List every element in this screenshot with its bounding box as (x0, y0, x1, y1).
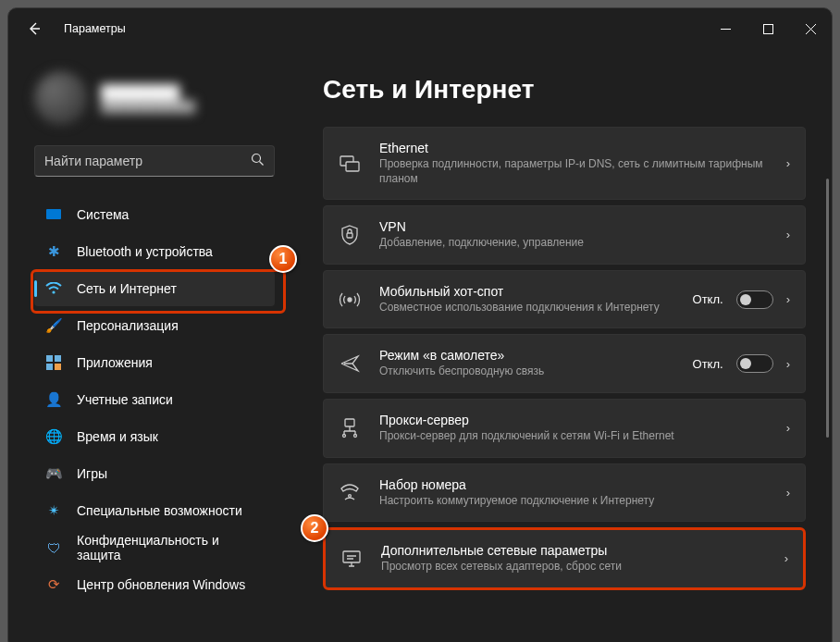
sidebar-item-gaming[interactable]: 🎮 Игры (34, 456, 275, 491)
accessibility-icon: ✴ (45, 502, 62, 519)
sidebar-item-apps[interactable]: Приложения (34, 345, 275, 380)
card-title: Прокси-сервер (379, 413, 770, 427)
brush-icon: 🖌️ (45, 317, 62, 334)
avatar (34, 71, 88, 125)
airplane-toggle[interactable] (736, 354, 773, 373)
profile-email: ████████████ (101, 100, 195, 113)
card-subtitle: Настроить коммутируемое подключение к Ин… (379, 494, 770, 509)
sidebar-item-personalization[interactable]: 🖌️ Персонализация (34, 308, 275, 343)
card-subtitle: Проверка подлинности, параметры IP-и DNS… (379, 157, 770, 186)
close-icon (806, 24, 816, 34)
display-icon (45, 206, 62, 223)
maximize-button[interactable] (747, 8, 789, 49)
sidebar-item-privacy[interactable]: 🛡 Конфиденциальность и защита (34, 530, 275, 565)
card-hotspot[interactable]: Мобильный хот-спот Совместное использова… (323, 270, 806, 329)
svg-point-11 (348, 298, 352, 302)
callout-badge-1: 1 (269, 245, 297, 273)
ethernet-icon (337, 155, 363, 172)
card-vpn[interactable]: VPN Добавление, подключение, управление … (323, 205, 806, 265)
svg-point-15 (349, 495, 352, 498)
search-input[interactable] (44, 154, 251, 168)
card-advanced-network[interactable]: Дополнительные сетевые параметры Просмот… (323, 527, 806, 590)
sidebar-item-label: Приложения (77, 355, 153, 370)
card-subtitle: Просмотр всех сетевых адаптеров, сброс с… (381, 560, 768, 574)
sidebar-item-label: Специальные возможности (77, 503, 242, 518)
sidebar-item-network[interactable]: Сеть и Интернет (34, 271, 275, 306)
minimize-button[interactable] (704, 8, 747, 49)
arrow-left-icon (27, 21, 42, 36)
sidebar-item-accounts[interactable]: 👤 Учетные записи (34, 382, 275, 417)
profile-name: ████████ (101, 84, 195, 100)
update-icon: ⟳ (45, 576, 62, 593)
sidebar-item-label: Игры (77, 466, 107, 481)
svg-rect-4 (46, 355, 53, 362)
proxy-icon (337, 418, 363, 438)
svg-rect-16 (343, 551, 360, 562)
bluetooth-icon: ✱ (45, 243, 62, 260)
sidebar-item-label: Конфиденциальность и защита (77, 533, 264, 562)
svg-point-13 (343, 434, 346, 437)
svg-rect-2 (46, 209, 61, 219)
maximize-icon (763, 24, 773, 34)
sidebar-item-label: Система (77, 207, 129, 222)
close-button[interactable] (789, 8, 832, 49)
card-title: Набор номера (379, 477, 770, 492)
search-box[interactable] (34, 145, 275, 177)
sidebar-item-system[interactable]: Система (34, 197, 275, 232)
svg-point-3 (52, 290, 55, 293)
chevron-right-icon: › (786, 156, 790, 170)
card-airplane[interactable]: Режим «в самолете» Отключить беспроводну… (323, 334, 806, 393)
svg-rect-6 (46, 364, 53, 370)
sidebar-item-label: Bluetooth и устройства (77, 244, 213, 259)
sidebar-item-label: Персонализация (77, 318, 179, 333)
toggle-state: Откл. (693, 357, 723, 371)
svg-rect-12 (345, 419, 354, 426)
window-controls (704, 8, 832, 49)
card-title: Режим «в самолете» (379, 348, 676, 363)
chevron-right-icon: › (786, 357, 790, 371)
chevron-right-icon: › (786, 421, 790, 435)
scrollbar-thumb[interactable] (826, 179, 829, 438)
callout-badge-2: 2 (301, 514, 328, 542)
card-title: Ethernet (379, 141, 770, 155)
wifi-icon (45, 280, 62, 297)
chevron-right-icon: › (786, 486, 790, 500)
card-title: VPN (379, 219, 770, 234)
card-title: Мобильный хот-спот (379, 284, 676, 299)
page-title: Сеть и Интернет (323, 75, 806, 105)
card-subtitle: Добавление, подключение, управление (379, 236, 770, 251)
person-icon: 👤 (45, 391, 62, 408)
profile-block[interactable]: ████████ ████████████ (34, 71, 275, 125)
svg-rect-9 (346, 162, 359, 171)
nav-list: Система ✱ Bluetooth и устройства Сеть и … (34, 197, 275, 602)
card-proxy[interactable]: Прокси-сервер Прокси-сервер для подключе… (323, 399, 806, 458)
sidebar-item-time-language[interactable]: 🌐 Время и язык (34, 419, 275, 454)
card-dialup[interactable]: Набор номера Настроить коммутируемое под… (323, 463, 806, 523)
content-area: Сеть и Интернет Ethernet Проверка подлин… (286, 49, 832, 642)
chevron-right-icon: › (786, 292, 790, 306)
card-ethernet[interactable]: Ethernet Проверка подлинности, параметры… (323, 127, 806, 200)
sidebar-item-windows-update[interactable]: ⟳ Центр обновления Windows (34, 567, 275, 602)
sidebar-item-label: Центр обновления Windows (77, 577, 245, 592)
sidebar-item-accessibility[interactable]: ✴ Специальные возможности (34, 493, 275, 528)
toggle-state: Откл. (693, 292, 723, 306)
svg-point-14 (354, 434, 357, 437)
shield-icon: 🛡 (45, 539, 62, 556)
airplane-icon (337, 353, 363, 374)
svg-rect-0 (763, 24, 772, 33)
settings-list: Ethernet Проверка подлинности, параметры… (323, 127, 806, 590)
card-subtitle: Отключить беспроводную связь (379, 364, 676, 379)
card-subtitle: Совместное использование подключения к И… (379, 301, 676, 315)
titlebar: Параметры (8, 8, 832, 49)
sidebar-item-label: Учетные записи (77, 392, 173, 407)
phone-icon (337, 483, 363, 501)
sidebar-item-bluetooth[interactable]: ✱ Bluetooth и устройства (34, 234, 275, 269)
window-title: Параметры (64, 22, 126, 35)
hotspot-toggle[interactable] (736, 290, 773, 309)
svg-rect-10 (347, 233, 352, 238)
svg-rect-7 (55, 364, 61, 370)
back-button[interactable] (14, 8, 55, 49)
shield-lock-icon (337, 225, 363, 245)
chevron-right-icon: › (784, 551, 788, 565)
apps-icon (45, 354, 62, 371)
